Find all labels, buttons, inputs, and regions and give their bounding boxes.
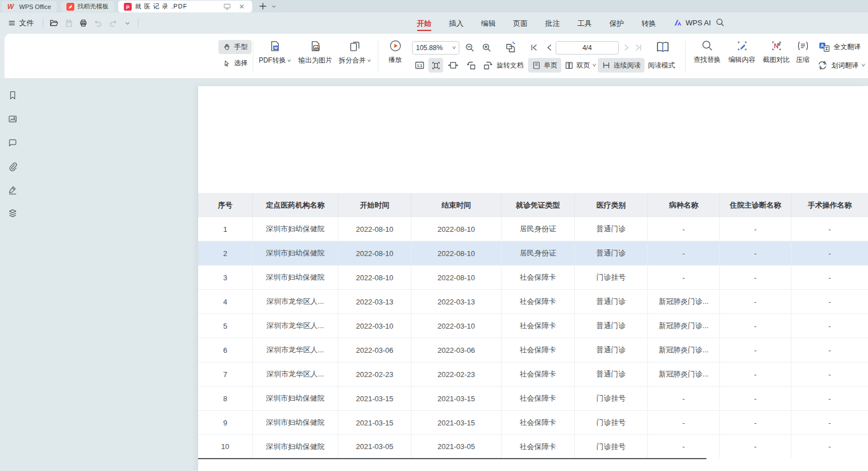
table-cell: - xyxy=(719,411,791,434)
table-cell: 2021-03-05 xyxy=(338,435,411,458)
full-translate-label: 全文翻译 xyxy=(834,42,861,52)
table-cell: 普通门诊 xyxy=(574,314,647,338)
file-menu-button[interactable]: 文件 xyxy=(0,16,39,30)
table-cell: 2021-03-15 xyxy=(338,387,411,410)
rotate-left-icon[interactable] xyxy=(466,60,477,71)
word-translate-button[interactable]: xA 划词翻译 ˅ xyxy=(817,60,865,71)
table-row: 7深圳市龙华区人...2022-02-232022-02-23社会保障卡普通门诊… xyxy=(198,362,868,387)
next-page-icon[interactable] xyxy=(622,43,630,52)
pdf-page: 序号定点医药机构名称开始时间结束时间就诊凭证类型医疗类别病种名称住院主诊断名称手… xyxy=(198,86,868,471)
compress-button[interactable]: 压缩 xyxy=(791,39,814,65)
menu-tab-插入[interactable]: 插入 xyxy=(449,14,464,33)
table-cell: - xyxy=(719,314,791,338)
fit-page-button[interactable] xyxy=(428,58,443,73)
pdf-convert-button[interactable]: PDF转换 ˅ xyxy=(254,39,295,65)
split-merge-button[interactable]: 拆分合并 ˅ xyxy=(335,39,374,65)
menu-tab-批注[interactable]: 批注 xyxy=(545,14,560,33)
rotate-document-label[interactable]: 旋转文档 xyxy=(496,61,524,70)
open-file-icon[interactable] xyxy=(47,16,61,30)
tab-list-chevron-icon[interactable] xyxy=(269,1,280,12)
table-cell: 2022-03-10 xyxy=(338,314,411,338)
table-cell: 居民身份证 xyxy=(501,217,574,241)
table-cell: 深圳市妇幼保健院 xyxy=(252,411,338,434)
tab-wps-office[interactable]: W WPS Office xyxy=(2,1,57,12)
wps-ai-logo-icon xyxy=(673,18,683,27)
layers-panel-icon[interactable] xyxy=(6,208,19,219)
close-tab-icon[interactable] xyxy=(236,1,248,12)
comments-panel-icon[interactable] xyxy=(6,137,19,149)
menu-tab-页面[interactable]: 页面 xyxy=(513,14,528,33)
select-tool-button[interactable]: 选择 xyxy=(218,56,252,70)
table-cell: 社会保障卡 xyxy=(501,362,574,386)
word-translate-icon: xA xyxy=(817,60,828,71)
divider xyxy=(685,41,686,72)
table-cell: 4 xyxy=(198,290,252,313)
hamburger-icon xyxy=(8,19,16,27)
quick-access-chevron-icon[interactable] xyxy=(120,16,135,30)
chevron-down-icon: ˅ xyxy=(287,58,291,64)
table-cell: 2022-08-10 xyxy=(411,266,501,289)
save-icon[interactable] xyxy=(61,16,76,30)
menu-tab-转换[interactable]: 转换 xyxy=(641,14,656,33)
table-cell: 2022-08-10 xyxy=(411,241,501,265)
play-label: 播放 xyxy=(388,55,402,65)
file-menu-label: 文件 xyxy=(19,18,34,28)
table-cell: - xyxy=(791,411,868,434)
rotate-right-icon[interactable] xyxy=(482,60,494,71)
table-cell: - xyxy=(791,338,868,362)
menu-wps-ai[interactable]: WPS AI xyxy=(673,18,711,27)
single-page-button[interactable]: 单页 xyxy=(528,58,561,73)
svg-text:1:1: 1:1 xyxy=(417,64,423,68)
read-mode-label[interactable]: 阅读模式 xyxy=(648,61,675,70)
header-cell: 住院主诊断名称 xyxy=(719,193,791,217)
table-cell: - xyxy=(791,387,868,410)
last-page-icon[interactable] xyxy=(634,43,643,52)
zoom-in-icon[interactable] xyxy=(481,42,492,53)
edit-content-button[interactable]: 编辑内容 xyxy=(727,39,757,65)
redo-icon[interactable] xyxy=(105,16,120,30)
rotate-pages-icon[interactable] xyxy=(503,40,518,55)
full-translate-button[interactable]: A 全文翻译 xyxy=(818,42,861,52)
double-page-button[interactable]: 双页 ˅ xyxy=(561,58,599,73)
menu-tab-工具[interactable]: 工具 xyxy=(577,14,592,33)
find-replace-button[interactable]: 查找替换 xyxy=(692,39,722,65)
menu-search-icon[interactable] xyxy=(715,17,725,28)
header-cell: 序号 xyxy=(198,193,252,217)
table-cell: - xyxy=(719,362,791,386)
export-image-button[interactable]: 输出为图片 xyxy=(295,39,335,65)
screencast-icon[interactable] xyxy=(222,1,233,12)
table-cell: 6 xyxy=(198,338,252,362)
play-button[interactable]: 播放 xyxy=(383,39,408,65)
print-icon[interactable] xyxy=(76,16,91,30)
actual-size-icon[interactable]: 1:1 xyxy=(414,60,426,71)
table-cell: - xyxy=(719,338,791,362)
table-cell: 5 xyxy=(198,314,252,338)
tab-docer-templates[interactable]: 找稻壳模板 xyxy=(61,1,114,12)
find-replace-label: 查找替换 xyxy=(693,55,721,65)
screenshot-compare-button[interactable]: 截图对比 xyxy=(761,39,791,65)
hand-tool-button[interactable]: 手型 xyxy=(218,40,252,54)
signature-panel-icon[interactable] xyxy=(6,184,19,196)
page-number-input[interactable]: 4/4 xyxy=(556,41,619,55)
table-cell: - xyxy=(647,411,719,434)
continuous-read-button[interactable]: 连续阅读 xyxy=(598,58,645,73)
read-mode-icon[interactable] xyxy=(655,40,671,54)
screenshot-compare-label: 截图对比 xyxy=(763,55,790,65)
previous-page-icon[interactable] xyxy=(545,43,554,52)
zoom-level-select[interactable]: 105.88% ˅ xyxy=(412,41,459,55)
zoom-out-icon[interactable] xyxy=(464,42,475,53)
first-page-icon[interactable] xyxy=(530,43,538,52)
new-tab-icon[interactable] xyxy=(257,1,269,12)
menu-tab-编辑[interactable]: 编辑 xyxy=(481,14,496,33)
split-merge-icon xyxy=(347,39,362,53)
tab-active-document[interactable]: P 就 医 记 录 .PDF xyxy=(118,1,252,12)
attachments-panel-icon[interactable] xyxy=(6,160,19,172)
menu-tab-保护[interactable]: 保护 xyxy=(609,14,624,33)
thumbnails-panel-icon[interactable] xyxy=(6,113,19,125)
undo-icon[interactable] xyxy=(91,16,105,30)
header-cell: 就诊凭证类型 xyxy=(501,193,574,217)
menu-tab-开始[interactable]: 开始 xyxy=(417,14,432,33)
fit-width-icon[interactable] xyxy=(448,60,459,71)
bookmarks-panel-icon[interactable] xyxy=(6,89,19,101)
table-cell: 普通门诊 xyxy=(574,362,647,386)
